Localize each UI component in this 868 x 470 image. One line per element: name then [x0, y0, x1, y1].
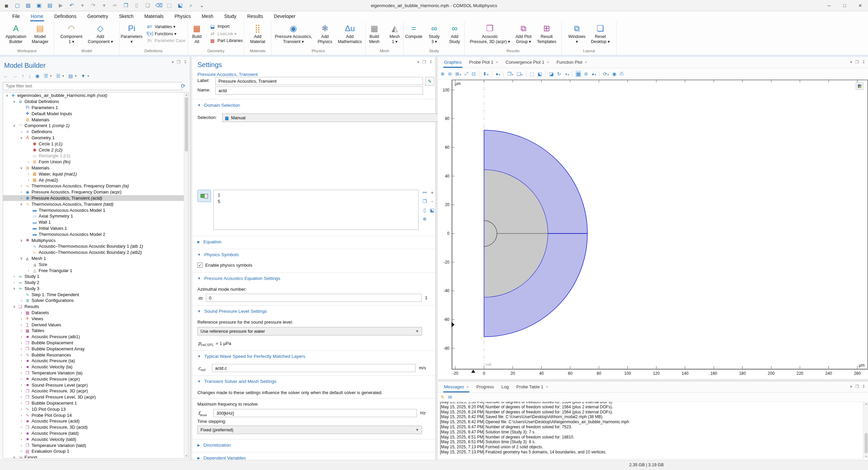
tree-item[interactable]: ›∞Study 1: [3, 273, 188, 280]
panel-menu-icon[interactable]: ▾: [172, 60, 174, 64]
cut-icon[interactable]: ✂: [112, 2, 118, 8]
ribbon-tab-geometry[interactable]: Geometry: [82, 12, 113, 21]
expand-icon[interactable]: ›: [19, 395, 24, 399]
add-mathematics-button[interactable]: ΔuAddMathematics: [335, 23, 364, 45]
filter-icon[interactable]: ▼: [81, 73, 85, 79]
expand-icon[interactable]: ›: [19, 377, 24, 381]
node-text-icon[interactable]: ▤: [68, 73, 73, 79]
minimize-button[interactable]: ─: [821, 0, 837, 11]
expand-icon[interactable]: ›: [19, 401, 24, 405]
tree-item[interactable]: ▭Axial Symmetry 1: [3, 213, 188, 219]
expand-icon[interactable]: ›: [19, 371, 24, 375]
ribbon-tab-developer[interactable]: Developer: [269, 12, 300, 21]
tree-item[interactable]: ∨❏Results: [3, 304, 188, 310]
tree-item[interactable]: ◉Circle 1 (c1): [3, 141, 188, 147]
hide-legends-icon[interactable]: ⊘: [584, 71, 588, 77]
tree-item[interactable]: ›■Acoustic Pressure (acpr): [3, 376, 188, 382]
tree-item[interactable]: ∨◭Mesh 1: [3, 256, 188, 262]
component-1-button[interactable]: ◠Component1 ▾: [58, 23, 85, 45]
zoom-box-icon[interactable]: ⊞▾: [455, 71, 461, 77]
scrollbar-thumb[interactable]: [185, 97, 188, 151]
tree-item[interactable]: ›▦Datasets: [3, 310, 188, 316]
name-field[interactable]: [215, 86, 423, 95]
tree-item[interactable]: ▭Rectangle 1 (r1): [3, 153, 188, 159]
clear-messages-icon[interactable]: ✎: [441, 394, 445, 400]
compute-button[interactable]: =Compute: [404, 23, 424, 40]
expand-icon[interactable]: ›: [19, 317, 24, 321]
tree-item[interactable]: ›■Acoustic Pressure (atb1): [3, 334, 188, 340]
ribbon-tab-home[interactable]: Home: [26, 12, 48, 21]
tree-item[interactable]: ∿Acoustic–Thermoviscous Acoustic Boundar…: [3, 249, 188, 256]
close-tab-icon[interactable]: ×: [466, 385, 469, 389]
tree-item[interactable]: ∨∞Study 3: [3, 286, 188, 292]
collapse-all-icon[interactable]: ☰: [44, 73, 48, 79]
tree-item[interactable]: ▬Wall 1: [3, 219, 188, 225]
selection-list-item[interactable]: 1: [218, 192, 418, 198]
scrollbar-thumb[interactable]: [865, 433, 868, 453]
expand-icon[interactable]: ›: [26, 269, 31, 272]
selection-list-item[interactable]: 5: [218, 198, 418, 205]
tree-item[interactable]: ›■Acoustic Velocity (tatd): [3, 436, 188, 442]
expand-icon[interactable]: ›: [19, 413, 24, 417]
scroll-up-icon[interactable]: ▲: [864, 402, 868, 406]
deselect-icon[interactable]: ⬕: [177, 2, 183, 8]
collapse-icon[interactable]: ∨: [19, 202, 24, 206]
expand-icon[interactable]: ›: [26, 172, 31, 176]
application-builder-button[interactable]: AApplicationBuilder: [3, 23, 28, 45]
mesh-1-button[interactable]: ◭Mesh1 ▾: [385, 23, 405, 45]
move-up-icon[interactable]: ↑: [22, 73, 24, 79]
acoustic-pressure-3d-button[interactable]: ❒AcousticPressure, 3D (acpr) ▾: [467, 23, 513, 45]
show-icon[interactable]: ◉: [35, 73, 39, 79]
tree-item[interactable]: ›✛Views: [3, 315, 188, 322]
ribbon-tab-file[interactable]: File: [7, 12, 25, 21]
tree-item[interactable]: ›◉Pressure Acoustics, Transient (actd): [3, 195, 188, 201]
zoom-to-selection-icon[interactable]: ⊕: [421, 216, 428, 225]
tree-item[interactable]: ›■Sound Pressure Level (acpr): [3, 382, 188, 388]
ribbon-tab-sketch[interactable]: Sketch: [114, 12, 138, 21]
tree-item[interactable]: ▬Initial Values 1: [3, 225, 188, 231]
tree-item[interactable]: ▬Thermoviscous Acoustics Model 2: [3, 231, 188, 237]
tree-item[interactable]: ›▦Air (mat2): [3, 177, 188, 183]
tree-item[interactable]: ›∞Study 2: [3, 280, 188, 286]
expand-icon[interactable]: ›: [19, 347, 24, 351]
pin-panel-icon[interactable]: ↧: [184, 60, 187, 64]
tab-progress[interactable]: Progress: [473, 382, 497, 392]
tree-scrollbar[interactable]: ▲ ▼: [184, 93, 188, 458]
messages-scrollbar[interactable]: ▲ ▼: [864, 402, 868, 459]
enable-physics-symbols-checkbox[interactable]: ✓: [197, 263, 202, 268]
tree-item[interactable]: ›❒Acoustic Pressure, 3D (actd): [3, 424, 188, 430]
qat-more-icon[interactable]: ⌄: [199, 2, 205, 8]
expand-icon[interactable]: ›: [19, 299, 24, 302]
tab-probe-table-1[interactable]: Probe Table 1×: [513, 382, 552, 392]
tree-item[interactable]: ›❒Temperature Variation (ta): [3, 370, 188, 376]
section-spl-settings[interactable]: ▼Sound Pressure Level Settings: [197, 309, 267, 314]
forward-icon[interactable]: →: [13, 73, 17, 79]
panel-menu-icon[interactable]: ▾: [850, 384, 852, 389]
expand-all-icon[interactable]: ☱: [56, 73, 60, 79]
tree-item[interactable]: ›▦Water, liquid (mat1): [3, 171, 188, 177]
tree-item[interactable]: ◮Size: [3, 261, 188, 267]
tree-item[interactable]: ›❒Bubble Displacement 1: [3, 400, 188, 406]
tree-item[interactable]: ›❒Sound Pressure Level, 3D (acpr): [3, 394, 188, 400]
tree-item[interactable]: ∨AGeometry 1: [3, 135, 188, 141]
deselect-box-icon[interactable]: ⬕: [538, 71, 542, 77]
add-plot-group-button[interactable]: ⧉Add PlotGroup ▾: [513, 23, 534, 45]
variables-button[interactable]: a=Variables ▾: [144, 23, 188, 29]
tree-filter-input[interactable]: [3, 82, 182, 90]
tree-item[interactable]: ›≣Solver Configurations: [3, 298, 188, 304]
tree-item[interactable]: ›■Acoustic Pressure (actd): [3, 418, 188, 424]
expand-icon[interactable]: ›: [19, 359, 24, 363]
reset-desktop-button[interactable]: ❏ResetDesktop ▾: [589, 23, 612, 45]
expand-icon[interactable]: ›: [19, 449, 24, 453]
pin-panel-icon[interactable]: ↧: [429, 60, 432, 64]
zoom-extents-icon[interactable]: ⤢: [464, 71, 468, 77]
cref-input[interactable]: [212, 364, 416, 372]
tree-item[interactable]: ›⊞Form Union (fin): [3, 159, 188, 165]
expand-icon[interactable]: ›: [19, 389, 24, 393]
show-grid-icon[interactable]: ▦: [576, 71, 580, 77]
link-selection-icon[interactable]: ⚯: [421, 190, 428, 199]
section-pae-settings[interactable]: ▼Pressure Acoustics Equation Settings: [197, 276, 280, 281]
delete-icon[interactable]: ⌫: [155, 2, 161, 8]
label-field[interactable]: [215, 77, 423, 85]
collapse-icon[interactable]: ∨: [12, 100, 17, 103]
